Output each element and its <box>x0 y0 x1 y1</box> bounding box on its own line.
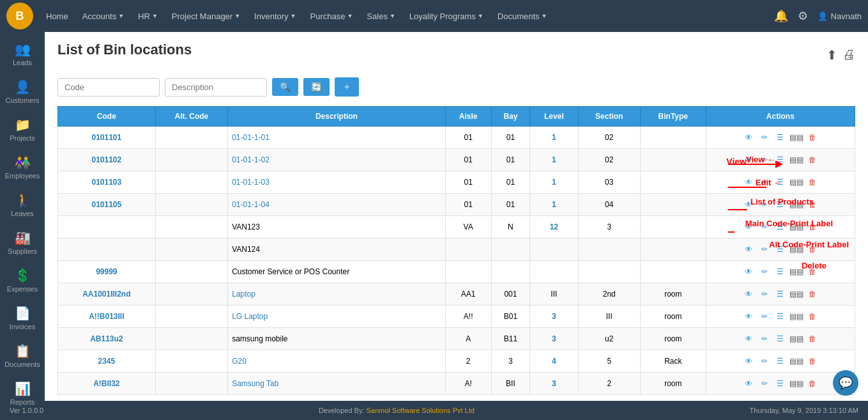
view-action-icon[interactable]: 👁 <box>742 332 756 346</box>
cell-code[interactable]: 0101102 <box>58 149 156 171</box>
view-action-icon[interactable]: 👁 <box>742 309 756 323</box>
list-action-icon[interactable]: ☰ <box>773 309 788 323</box>
nav-sales[interactable]: Sales▼ <box>360 8 401 24</box>
cell-code[interactable]: A!!B013III <box>58 306 156 328</box>
list-action-icon[interactable]: ☰ <box>773 220 788 234</box>
edit-action-icon[interactable]: ✏ <box>758 265 772 279</box>
app-logo[interactable]: B <box>6 3 33 29</box>
delete-action-icon[interactable]: 🗑 <box>805 153 819 167</box>
barcode-action-icon[interactable]: ▤▤ <box>789 287 803 301</box>
user-menu[interactable]: 👤 Navnath <box>818 12 862 21</box>
view-action-icon[interactable]: 👁 <box>742 130 756 144</box>
barcode-action-icon[interactable]: ▤▤ <box>789 354 803 368</box>
cell-code[interactable]: 2345 <box>58 350 156 373</box>
list-action-icon[interactable]: ☰ <box>773 377 788 391</box>
list-action-icon[interactable]: ☰ <box>773 175 788 189</box>
chat-bubble[interactable]: 💬 <box>833 370 858 396</box>
sidebar-item-expenses[interactable]: 💲 Expenses <box>0 261 45 299</box>
nav-inventory[interactable]: Inventory▼ <box>248 8 302 24</box>
cell-code[interactable]: 0101101 <box>58 127 156 149</box>
sidebar-item-customers[interactable]: 👤 Customers <box>0 73 45 111</box>
view-action-icon[interactable]: 👁 <box>742 198 756 212</box>
nav-documents[interactable]: Documents▼ <box>491 8 554 24</box>
cell-description[interactable]: 01-01-1-01 <box>228 127 446 149</box>
cell-description[interactable]: G20 <box>228 350 446 373</box>
barcode-action-icon[interactable]: ▤▤ <box>789 242 803 256</box>
barcode-action-icon[interactable]: ▤▤ <box>789 309 803 323</box>
edit-action-icon[interactable]: ✏ <box>758 153 772 167</box>
edit-action-icon[interactable]: ✏ <box>758 332 772 346</box>
nav-accounts[interactable]: Accounts▼ <box>76 8 130 24</box>
list-action-icon[interactable]: ☰ <box>773 354 788 368</box>
view-action-icon[interactable]: 👁 <box>742 175 756 189</box>
sidebar-item-employees[interactable]: 👫 Employees <box>0 148 45 186</box>
delete-action-icon[interactable]: 🗑 <box>805 220 819 234</box>
edit-action-icon[interactable]: ✏ <box>758 242 772 256</box>
refresh-button[interactable]: 🔄 <box>303 78 330 96</box>
barcode-action-icon[interactable]: ▤▤ <box>789 175 803 189</box>
view-action-icon[interactable]: 👁 <box>742 220 756 234</box>
sidebar-item-projects[interactable]: 📁 Projects <box>0 111 45 148</box>
view-action-icon[interactable]: 👁 <box>742 287 756 301</box>
view-action-icon[interactable]: 👁 <box>742 354 756 368</box>
edit-action-icon[interactable]: ✏ <box>758 287 772 301</box>
print-icon[interactable]: 🖨 <box>842 47 855 63</box>
list-action-icon[interactable]: ☰ <box>773 287 788 301</box>
view-action-icon[interactable]: 👁 <box>742 242 756 256</box>
view-action-icon[interactable]: 👁 <box>742 377 756 391</box>
delete-action-icon[interactable]: 🗑 <box>805 354 819 368</box>
edit-action-icon[interactable]: ✏ <box>758 377 772 391</box>
code-input[interactable] <box>57 78 160 97</box>
nav-home[interactable]: Home <box>40 8 75 24</box>
barcode-action-icon[interactable]: ▤▤ <box>789 198 803 212</box>
delete-action-icon[interactable]: 🗑 <box>805 309 819 323</box>
delete-action-icon[interactable]: 🗑 <box>805 242 819 256</box>
sidebar-item-documents[interactable]: 📋 Documents <box>0 337 45 375</box>
nav-hr[interactable]: HR▼ <box>132 8 164 24</box>
edit-action-icon[interactable]: ✏ <box>758 175 772 189</box>
cell-description[interactable]: 01-01-1-04 <box>228 194 446 216</box>
list-action-icon[interactable]: ☰ <box>773 130 788 144</box>
edit-action-icon[interactable]: ✏ <box>758 354 772 368</box>
add-button[interactable]: ＋ <box>335 77 359 97</box>
list-action-icon[interactable]: ☰ <box>773 265 788 279</box>
view-action-icon[interactable]: 👁 <box>742 265 756 279</box>
cell-description[interactable]: 01-01-1-02 <box>228 149 446 171</box>
edit-action-icon[interactable]: ✏ <box>758 130 772 144</box>
nav-project-manager[interactable]: Project Manager▼ <box>165 8 247 24</box>
cell-code[interactable]: A!BII32 <box>58 373 156 395</box>
delete-action-icon[interactable]: 🗑 <box>805 198 819 212</box>
cell-code[interactable]: 99999 <box>58 261 156 283</box>
edit-action-icon[interactable]: ✏ <box>758 309 772 323</box>
list-action-icon[interactable]: ☰ <box>773 198 788 212</box>
settings-icon[interactable]: ⚙ <box>798 9 808 23</box>
barcode-action-icon[interactable]: ▤▤ <box>789 265 803 279</box>
sidebar-item-suppliers[interactable]: 🏭 Suppliers <box>0 224 45 261</box>
list-action-icon[interactable]: ☰ <box>773 153 788 167</box>
delete-action-icon[interactable]: 🗑 <box>805 175 819 189</box>
barcode-action-icon[interactable]: ▤▤ <box>789 332 803 346</box>
list-action-icon[interactable]: ☰ <box>773 242 788 256</box>
cell-code[interactable]: AA1001III2nd <box>58 283 156 306</box>
nav-purchase[interactable]: Purchase▼ <box>304 8 360 24</box>
delete-action-icon[interactable]: 🗑 <box>805 287 819 301</box>
cell-description[interactable]: Laptop <box>228 283 446 306</box>
cell-code[interactable]: AB113u2 <box>58 328 156 350</box>
cell-description[interactable]: LG Laptop <box>228 306 446 328</box>
export-upload-icon[interactable]: ⬆ <box>826 47 837 63</box>
barcode-action-icon[interactable]: ▤▤ <box>789 220 803 234</box>
delete-action-icon[interactable]: 🗑 <box>805 332 819 346</box>
delete-action-icon[interactable]: 🗑 <box>805 265 819 279</box>
view-action-icon[interactable]: 👁 <box>742 153 756 167</box>
cell-code[interactable]: 0101103 <box>58 171 156 194</box>
delete-action-icon[interactable]: 🗑 <box>805 130 819 144</box>
barcode-action-icon[interactable]: ▤▤ <box>789 377 803 391</box>
list-action-icon[interactable]: ☰ <box>773 332 788 346</box>
edit-action-icon[interactable]: ✏ <box>758 220 772 234</box>
notification-icon[interactable]: 🔔 <box>774 9 788 23</box>
search-button[interactable]: 🔍 <box>272 78 298 96</box>
description-input[interactable] <box>165 78 267 97</box>
sidebar-item-invoices[interactable]: 📄 Invoices <box>0 299 45 337</box>
barcode-action-icon[interactable]: ▤▤ <box>789 153 803 167</box>
sidebar-item-leaves[interactable]: 🚶 Leaves <box>0 186 45 224</box>
